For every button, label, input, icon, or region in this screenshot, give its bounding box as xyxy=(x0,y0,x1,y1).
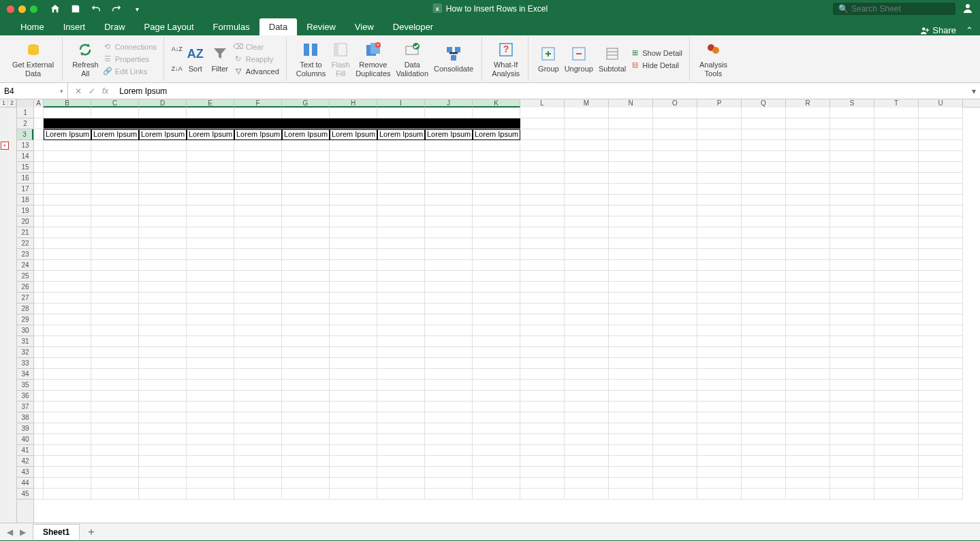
cell-M28[interactable] xyxy=(565,304,609,314)
cell-H33[interactable] xyxy=(330,358,377,369)
cell-K2[interactable] xyxy=(473,118,520,129)
cell-U45[interactable] xyxy=(919,489,963,499)
cell-P45[interactable] xyxy=(697,489,742,499)
cell-H36[interactable] xyxy=(330,391,377,401)
cell-H21[interactable] xyxy=(330,227,377,238)
cell-G38[interactable] xyxy=(282,412,330,423)
cell-F43[interactable] xyxy=(234,467,282,478)
cell-R19[interactable] xyxy=(786,206,830,216)
cell-J20[interactable] xyxy=(425,216,473,227)
cell-M41[interactable] xyxy=(565,445,609,456)
cell-C31[interactable] xyxy=(91,336,139,347)
tab-formulas[interactable]: Formulas xyxy=(204,18,259,35)
cell-E36[interactable] xyxy=(187,391,234,401)
cell-L30[interactable] xyxy=(520,325,565,336)
cell-J44[interactable] xyxy=(425,478,473,489)
cell-O42[interactable] xyxy=(653,456,697,467)
cell-M17[interactable] xyxy=(565,184,609,195)
cell-R13[interactable] xyxy=(786,140,830,151)
cell-C17[interactable] xyxy=(91,184,139,195)
cell-C18[interactable] xyxy=(91,195,139,206)
cell-Q25[interactable] xyxy=(742,271,786,282)
cell-M15[interactable] xyxy=(565,162,609,173)
column-header-F[interactable]: F xyxy=(234,99,282,108)
cell-P18[interactable] xyxy=(697,195,742,206)
formula-input[interactable] xyxy=(119,86,964,96)
cell-D2[interactable] xyxy=(139,118,187,129)
edit-links-button[interactable]: 🔗Edit Links xyxy=(101,66,158,77)
cell-G34[interactable] xyxy=(282,369,330,380)
cell-K26[interactable] xyxy=(473,282,520,293)
cell-K40[interactable] xyxy=(473,434,520,445)
cell-E42[interactable] xyxy=(187,456,234,467)
cell-F18[interactable] xyxy=(234,195,282,206)
cell-D17[interactable] xyxy=(139,184,187,195)
cell-I30[interactable] xyxy=(377,325,425,336)
cell-G16[interactable] xyxy=(282,173,330,184)
column-header-I[interactable]: I xyxy=(377,99,425,108)
cell-J45[interactable] xyxy=(425,489,473,499)
cell-F26[interactable] xyxy=(234,282,282,293)
cell-B31[interactable] xyxy=(44,336,91,347)
cell-T16[interactable] xyxy=(874,173,919,184)
row-header-24[interactable]: 24 xyxy=(17,260,33,271)
cell-M32[interactable] xyxy=(565,347,609,358)
sort-button[interactable]: AZ Sort xyxy=(183,43,208,74)
cell-I36[interactable] xyxy=(377,391,425,401)
cell-G18[interactable] xyxy=(282,195,330,206)
cell-R26[interactable] xyxy=(786,282,830,293)
cell-T19[interactable] xyxy=(874,206,919,216)
column-header-G[interactable]: G xyxy=(282,99,330,108)
cell-P17[interactable] xyxy=(697,184,742,195)
ungroup-button[interactable]: Ungroup xyxy=(562,43,596,74)
cell-S35[interactable] xyxy=(830,380,874,391)
cell-C28[interactable] xyxy=(91,304,139,314)
cell-I29[interactable] xyxy=(377,314,425,325)
cell-K3[interactable]: Lorem Ipsum xyxy=(473,129,520,140)
cell-A34[interactable] xyxy=(34,369,44,380)
cell-J43[interactable] xyxy=(425,467,473,478)
cell-K32[interactable] xyxy=(473,347,520,358)
cell-E39[interactable] xyxy=(187,423,234,434)
cell-J22[interactable] xyxy=(425,238,473,249)
cell-H45[interactable] xyxy=(330,489,377,499)
filter-button[interactable]: Filter xyxy=(208,43,232,74)
cell-P2[interactable] xyxy=(697,118,742,129)
cell-K29[interactable] xyxy=(473,314,520,325)
cell-P22[interactable] xyxy=(697,238,742,249)
cell-D14[interactable] xyxy=(139,151,187,162)
cell-E20[interactable] xyxy=(187,216,234,227)
cell-D28[interactable] xyxy=(139,304,187,314)
cell-S45[interactable] xyxy=(830,489,874,499)
cell-S17[interactable] xyxy=(830,184,874,195)
cell-H18[interactable] xyxy=(330,195,377,206)
search-sheet-box[interactable]: 🔍 xyxy=(833,3,955,15)
cell-R29[interactable] xyxy=(786,314,830,325)
cell-K41[interactable] xyxy=(473,445,520,456)
cell-M13[interactable] xyxy=(565,140,609,151)
cell-O45[interactable] xyxy=(653,489,697,499)
cell-L45[interactable] xyxy=(520,489,565,499)
row-header-38[interactable]: 38 xyxy=(17,412,33,423)
cell-D16[interactable] xyxy=(139,173,187,184)
cell-M14[interactable] xyxy=(565,151,609,162)
cell-K17[interactable] xyxy=(473,184,520,195)
cell-L42[interactable] xyxy=(520,456,565,467)
cell-P44[interactable] xyxy=(697,478,742,489)
cell-Q26[interactable] xyxy=(742,282,786,293)
column-header-R[interactable]: R xyxy=(786,99,830,108)
row-header-25[interactable]: 25 xyxy=(17,271,33,282)
cell-H28[interactable] xyxy=(330,304,377,314)
cell-P40[interactable] xyxy=(697,434,742,445)
cell-E31[interactable] xyxy=(187,336,234,347)
cell-F22[interactable] xyxy=(234,238,282,249)
cell-C29[interactable] xyxy=(91,314,139,325)
cell-G14[interactable] xyxy=(282,151,330,162)
cell-L17[interactable] xyxy=(520,184,565,195)
cell-I32[interactable] xyxy=(377,347,425,358)
cell-J18[interactable] xyxy=(425,195,473,206)
cell-H44[interactable] xyxy=(330,478,377,489)
column-header-H[interactable]: H xyxy=(330,99,377,108)
cell-U40[interactable] xyxy=(919,434,963,445)
cell-C43[interactable] xyxy=(91,467,139,478)
